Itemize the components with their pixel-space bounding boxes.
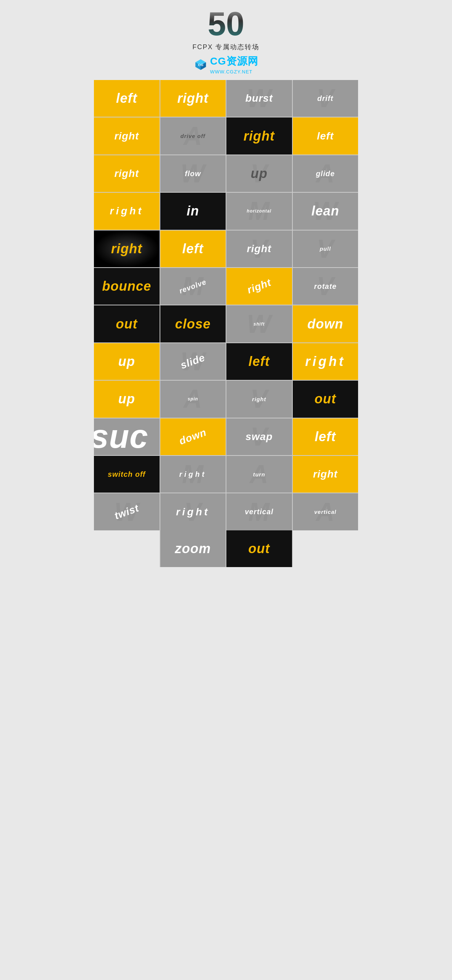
grid-cell: verticalM xyxy=(226,493,292,530)
bottom-cell xyxy=(94,530,160,567)
grid-cell: switch off xyxy=(94,456,160,493)
cell-label: burst xyxy=(246,92,273,104)
bottom-row: zoomout xyxy=(94,530,358,567)
grid-cell: revolveM xyxy=(160,268,226,305)
grid-cell: driftV xyxy=(293,80,358,117)
grid-cell: upV xyxy=(226,155,292,192)
grid-cell: up xyxy=(94,380,160,417)
cell-label: up xyxy=(118,354,135,369)
grid-cell: right xyxy=(226,118,292,154)
logo-url: WWW.CGZY.NET xyxy=(210,69,253,75)
cell-label: up xyxy=(251,166,268,181)
logo: CG CG资源网 WWW.CGZY.NET xyxy=(98,54,354,75)
cell-label: glide xyxy=(316,170,335,178)
grid-cell: left xyxy=(160,231,226,267)
cell-label: drift xyxy=(317,94,333,103)
cell-label: bounce xyxy=(102,278,151,294)
grid-cell: left xyxy=(94,80,160,117)
cell-label: right xyxy=(252,396,266,402)
grid-cell: bounce xyxy=(94,268,160,305)
grid-cell: left xyxy=(293,118,358,154)
cell-label: in xyxy=(187,203,199,219)
cell-label: switch off xyxy=(108,470,146,479)
cell-label: up xyxy=(118,391,135,407)
cell-label: twist xyxy=(113,502,141,522)
cell-label: right xyxy=(313,468,338,480)
cell-label: shift xyxy=(254,321,265,327)
grid-cell: up xyxy=(94,343,160,380)
grid-cell: suc xyxy=(94,418,160,455)
grid-cell: slideW xyxy=(160,343,226,380)
grid-cell: rotateV xyxy=(293,268,358,305)
grid-cell: out xyxy=(293,380,358,417)
cell-label: out xyxy=(116,317,138,332)
grid-cell: turnA xyxy=(226,456,292,493)
grid-cell: rightV xyxy=(226,231,292,267)
cell-label: right xyxy=(110,205,143,217)
cell-label: zoom xyxy=(175,541,211,557)
cell-label: right xyxy=(305,354,346,369)
grid-cell: right xyxy=(293,343,358,380)
logo-icon: CG xyxy=(194,58,207,71)
cell-label: right xyxy=(247,243,271,255)
grid-cell: spinA xyxy=(160,380,226,417)
cell-label: right xyxy=(111,241,142,256)
grid-cell: right xyxy=(160,80,226,117)
cell-label: flow xyxy=(185,170,201,178)
grid-cell: right xyxy=(94,118,160,154)
cell-label: right xyxy=(114,168,139,180)
grid-cell: swapV xyxy=(226,418,292,455)
grid-cell: right xyxy=(226,268,292,305)
grid-cell: verticalA xyxy=(293,493,358,530)
grid-cell: right xyxy=(94,231,160,267)
bottom-cell: out xyxy=(226,530,292,567)
grid-cell: burstW xyxy=(226,80,292,117)
cell-label: right xyxy=(176,506,210,518)
cell-label: left xyxy=(317,130,334,142)
grid-cell: glideA xyxy=(293,155,358,192)
cell-label: vertical xyxy=(245,508,273,516)
grid-cell: horizontalM xyxy=(226,193,292,229)
grid-cell: rightV xyxy=(160,493,226,530)
grid-cell: down xyxy=(160,418,226,455)
cell-label: slide xyxy=(179,352,207,371)
grid-cell: twistW xyxy=(94,493,160,530)
cell-label: drive off xyxy=(181,133,205,139)
logo-brand: CG资源网 xyxy=(210,54,258,68)
grid-cell: rightV xyxy=(226,380,292,417)
cell-label: horizontal xyxy=(247,208,271,214)
grid-cell: close xyxy=(160,305,226,342)
grid-cell: rightM xyxy=(160,456,226,493)
bottom-cell xyxy=(293,530,358,567)
bottom-cell: zoom xyxy=(160,530,226,567)
cell-label: out xyxy=(314,391,336,407)
cell-label: rotate xyxy=(314,282,337,291)
logo-text-wrapper: CG资源网 WWW.CGZY.NET xyxy=(210,54,258,75)
cell-label: spin xyxy=(187,396,198,401)
grid-cell: left xyxy=(293,418,358,455)
grid-cell: down xyxy=(293,305,358,342)
cell-label: suc xyxy=(94,418,148,455)
main-number: 50 xyxy=(98,7,354,40)
grid-cell: left xyxy=(226,343,292,380)
grid-cell: shiftW xyxy=(226,305,292,342)
cell-label: lean xyxy=(311,203,339,219)
grid-cell: in xyxy=(160,193,226,229)
grid-cell: drive offA xyxy=(160,118,226,154)
grid-cell: leanW xyxy=(293,193,358,229)
grid-cell: right xyxy=(94,193,160,229)
grid-cell: pullV xyxy=(293,231,358,267)
cell-label: out xyxy=(248,541,270,557)
cell-label: close xyxy=(175,317,211,332)
cell-label: turn xyxy=(253,471,265,477)
cell-label: right xyxy=(114,130,139,142)
cell-label: down xyxy=(308,317,343,332)
cell-label: right xyxy=(177,91,208,106)
cell-label: pull xyxy=(320,245,331,252)
cell-label: swap xyxy=(246,431,273,443)
cell-label: right xyxy=(179,470,206,479)
subtitle: FCPX 专属动态转场 xyxy=(98,43,354,51)
grid-cell: right xyxy=(94,155,160,192)
cell-label: vertical xyxy=(314,509,336,515)
cell-label: left xyxy=(182,241,204,256)
